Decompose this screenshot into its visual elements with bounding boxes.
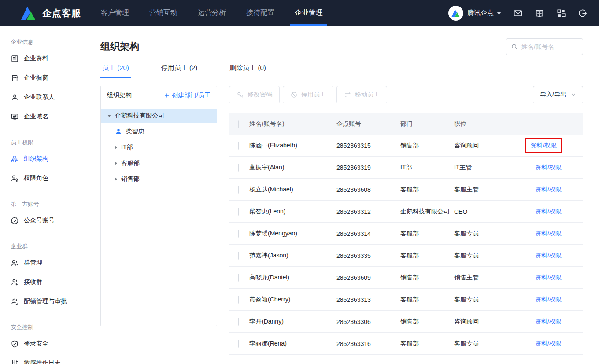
account-menu[interactable]: 腾讯企点	[448, 6, 501, 21]
profile-permission-link[interactable]: 资料/权限	[535, 340, 562, 348]
nav-item[interactable]: 企业管理	[289, 0, 328, 26]
contacts-book-icon[interactable]	[535, 8, 544, 18]
collapse-arrow-icon[interactable]	[107, 115, 111, 117]
table-row: 高晓龙(Daniel) 2852363609 销售部 销售主管 资料/权限	[229, 267, 583, 289]
employee-account: 2852363319	[336, 164, 400, 171]
tree-node-label: 销售部	[121, 175, 140, 183]
profile-permission-link[interactable]: 资料/权限	[535, 164, 562, 172]
import-export-button[interactable]: 导入/导出	[533, 86, 583, 103]
org-tree-panel: 组织架构 创建部门/员工 企鹅科技有限公司	[100, 86, 217, 326]
tree-node-root[interactable]: 企鹅科技有限公司	[101, 109, 217, 123]
tab-bar: 员工 (20) 停用员工 (2) 删除员工 (0)	[100, 64, 583, 78]
employee-name: 柴智忠(Leon)	[249, 208, 336, 216]
tab[interactable]: 员工 (20)	[100, 64, 131, 78]
select-all-checkbox[interactable]	[238, 120, 239, 128]
employee-name: 陈梦瑶(Mengyao)	[249, 230, 336, 238]
tab[interactable]: 停用员工 (2)	[159, 64, 200, 78]
employee-name: 范嘉祎(Jason)	[249, 252, 336, 260]
logout-icon[interactable]	[578, 8, 588, 18]
row-checkbox[interactable]	[238, 252, 239, 260]
avatar-logo-icon	[451, 9, 461, 18]
profile-permission-link[interactable]: 资料/权限	[535, 252, 562, 260]
expand-arrow-icon[interactable]	[115, 162, 117, 165]
group-icon	[11, 259, 19, 267]
highlight-box: 资料/权限	[535, 296, 562, 304]
row-checkbox[interactable]	[238, 186, 239, 194]
employee-department: 客服部	[400, 230, 454, 238]
sidebar-item[interactable]: 企业联系人	[0, 88, 88, 107]
employee-name: 陈涵一(Elizabeth)	[249, 142, 336, 150]
sidebar-item[interactable]: 群管理	[0, 253, 88, 272]
employee-department: 客服部	[400, 296, 454, 304]
create-dept-staff-button[interactable]: 创建部门/员工	[164, 92, 211, 99]
sidebar-item[interactable]: 组织架构	[0, 149, 88, 169]
nav-item[interactable]: 营销互动	[144, 0, 183, 26]
row-checkbox[interactable]	[238, 142, 239, 150]
table-row: 陈梦瑶(Mengyao) 2852363314 客服部 客服专员 资料/权限	[229, 223, 583, 245]
sidebar-item[interactable]: 公众号账号	[0, 211, 88, 230]
sidebar-item[interactable]: 接收群	[0, 272, 88, 292]
nav-item[interactable]: 运营分析	[192, 0, 231, 26]
toolbar-button[interactable]: 修改密码	[229, 86, 280, 103]
toolbar-button[interactable]: 停用员工	[283, 86, 333, 103]
employee-account: 2852363335	[336, 252, 400, 259]
expand-arrow-icon[interactable]	[115, 177, 117, 181]
tree-node[interactable]: 柴智忠	[101, 125, 217, 139]
column-header-department: 部门	[400, 120, 454, 128]
nav-item[interactable]: 客户管理	[96, 0, 134, 26]
row-checkbox[interactable]	[238, 208, 239, 216]
row-checkbox[interactable]	[238, 274, 239, 282]
sidebar-item-label: 企业联系人	[24, 93, 55, 101]
tree-node[interactable]: IT部	[101, 140, 217, 154]
sidebar-item-label: 登录安全	[24, 340, 48, 348]
sidebar-item[interactable]: 配额管理与审批	[0, 292, 88, 311]
toolbar-button[interactable]: 移动员工	[336, 86, 387, 103]
tab[interactable]: 删除员工 (0)	[228, 64, 268, 78]
avatar[interactable]	[448, 6, 463, 21]
column-header-position: 职位	[454, 120, 509, 128]
row-checkbox[interactable]	[238, 296, 239, 304]
sidebar-item-label: 企业资料	[24, 55, 48, 63]
expand-arrow-icon[interactable]	[115, 146, 117, 149]
profile-permission-link[interactable]: 资料/权限	[535, 208, 562, 216]
key-icon	[237, 91, 244, 99]
employee-department: 客服部	[400, 340, 454, 348]
sidebar-item[interactable]: 敏感操作日志	[0, 353, 88, 364]
qidian-logo-icon	[20, 6, 37, 21]
search-box[interactable]	[506, 38, 583, 55]
row-checkbox[interactable]	[238, 318, 239, 326]
tree-node-label: 柴智忠	[126, 128, 144, 136]
app-title: 企点客服	[42, 7, 81, 19]
sidebar-item[interactable]: 企业橱窗	[0, 68, 88, 88]
profile-permission-link[interactable]: 资料/权限	[535, 274, 562, 282]
row-checkbox[interactable]	[238, 340, 239, 348]
row-checkbox[interactable]	[238, 164, 239, 172]
sidebar-item[interactable]: 企业资料	[0, 49, 88, 68]
profile-permission-link[interactable]: 资料/权限	[530, 142, 557, 150]
tree-node[interactable]: 销售部	[101, 172, 217, 186]
row-checkbox[interactable]	[238, 230, 239, 238]
sidebar-section-groups: 企业群 群管理 接收群 配额管理与审批	[0, 243, 88, 311]
sidebar-item-label: 配额管理与审批	[24, 298, 67, 305]
table-row: 李丽娜(Rena) 2852363316 客服部 客服专员 资料/权限	[229, 333, 583, 355]
employee-position: 客服主管	[454, 186, 509, 194]
profile-permission-link[interactable]: 资料/权限	[535, 230, 562, 238]
navbar-right: 腾讯企点	[448, 0, 599, 26]
mail-icon[interactable]	[513, 8, 523, 18]
nav-item[interactable]: 接待配置	[241, 0, 280, 26]
profile-permission-link[interactable]: 资料/权限	[535, 318, 562, 326]
sidebar-item[interactable]: 权限角色	[0, 169, 88, 188]
table-row: 黄盈颖(Cherry) 2852363313 客服部 客服专员 资料/权限	[229, 289, 583, 311]
main-content: 组织架构 员工 (20) 停用员工 (2) 删除员工 (0)	[88, 26, 599, 364]
profile-permission-link[interactable]: 资料/权限	[535, 296, 562, 304]
sidebar: 企业信息 企业资料 企业橱窗 企业联系人	[0, 26, 88, 364]
sidebar-item[interactable]: 登录安全	[0, 334, 88, 353]
sidebar-section-title: 企业群	[0, 243, 88, 250]
sidebar-item[interactable]: 企业域名	[0, 107, 88, 126]
search-input[interactable]	[521, 43, 578, 50]
employee-name: 黄盈颖(Cherry)	[249, 296, 336, 304]
highlight-box: 资料/权限	[535, 252, 562, 260]
profile-permission-link[interactable]: 资料/权限	[535, 186, 562, 194]
apps-grid-icon[interactable]	[556, 8, 566, 18]
tree-node[interactable]: 客服部	[101, 156, 217, 170]
